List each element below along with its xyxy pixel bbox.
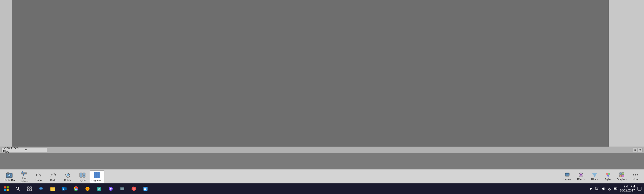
svg-point-75 — [609, 190, 610, 191]
svg-text:⊕: ⊕ — [98, 187, 100, 190]
undo-label: Undo — [36, 179, 42, 182]
taskbar-search-button[interactable] — [13, 183, 23, 194]
show-open-files-label: Show Open Files — [3, 146, 24, 153]
undo-button[interactable]: Undo — [31, 170, 46, 183]
effects-label: Effects — [577, 178, 585, 181]
power-tray-icon[interactable] — [613, 186, 618, 191]
graphics-panel-button[interactable]: Graphics — [615, 170, 628, 183]
svg-rect-63 — [144, 189, 146, 190]
system-clock[interactable]: 7:44 PM 10/22/2017 — [620, 185, 635, 192]
right-panel — [609, 0, 644, 147]
notification-button[interactable] — [637, 186, 642, 191]
taskbar-app9-button[interactable] — [105, 183, 116, 194]
taskbar-chrome-button[interactable] — [71, 183, 81, 194]
taskbar-left: O ⊕ — [0, 183, 152, 194]
svg-rect-67 — [597, 188, 597, 188]
volume-tray-icon[interactable] — [601, 186, 606, 191]
redo-button[interactable]: Redo — [46, 170, 61, 183]
right-panel-buttons: Layers Effects — [561, 170, 642, 183]
svg-rect-17 — [565, 173, 569, 174]
photo-bin-button[interactable]: Photo Bin — [2, 170, 17, 183]
filmstrip-expand-icon[interactable]: ▼ — [638, 148, 642, 152]
filmstrip-content-area — [0, 153, 644, 169]
tool-options-button[interactable]: Tool Options — [17, 170, 31, 183]
svg-rect-30 — [622, 175, 624, 177]
taskbar-app7-button[interactable] — [82, 183, 93, 194]
svg-rect-23 — [594, 176, 595, 177]
filters-panel-button[interactable]: Filters — [588, 170, 601, 183]
svg-rect-14 — [83, 175, 85, 177]
svg-text:⬡: ⬡ — [133, 188, 135, 190]
graphics-label: Graphics — [617, 178, 627, 181]
svg-rect-1 — [7, 173, 9, 174]
svg-rect-11 — [67, 174, 69, 176]
taskbar-outlook-button[interactable]: O — [59, 183, 70, 194]
keyboard-tray-icon[interactable] — [595, 186, 600, 191]
svg-rect-57 — [121, 188, 124, 190]
taskbar-explorer-button[interactable] — [47, 183, 58, 194]
svg-rect-73 — [596, 189, 598, 190]
svg-rect-79 — [638, 187, 641, 190]
taskbar-right: 7:44 PM 10/22/2017 — [587, 185, 644, 192]
svg-rect-61 — [144, 188, 147, 188]
styles-panel-button[interactable]: Styles — [602, 170, 615, 183]
svg-rect-46 — [64, 187, 67, 190]
left-tools-panel — [0, 0, 12, 147]
organizer-icon — [94, 172, 100, 178]
layers-panel-button[interactable]: Layers — [561, 170, 574, 183]
styles-icon — [605, 172, 611, 178]
effects-panel-button[interactable]: Effects — [574, 170, 588, 183]
svg-point-3 — [9, 175, 10, 176]
taskbar-app12-button[interactable] — [140, 183, 151, 194]
svg-point-31 — [633, 174, 634, 176]
tool-options-label: Tool Options — [17, 177, 31, 183]
start-button[interactable] — [1, 183, 12, 194]
svg-rect-78 — [614, 188, 616, 189]
show-hidden-tray-button[interactable] — [589, 186, 594, 191]
svg-rect-6 — [21, 175, 27, 175]
svg-rect-21 — [593, 174, 596, 175]
filmstrip-bar: Show Open Files ▼ ≡ ▼ — [0, 147, 644, 153]
layout-icon — [79, 172, 86, 178]
filmstrip-list-icon[interactable]: ≡ — [633, 148, 637, 152]
taskbar-app11-button[interactable]: ⬡ — [129, 183, 139, 194]
taskbar-edge-button[interactable] — [36, 183, 46, 194]
taskbar-app8-button[interactable]: ⊕ — [94, 183, 104, 194]
organizer-button[interactable]: Organizer — [90, 170, 104, 183]
svg-rect-5 — [21, 173, 27, 174]
rotate-icon — [65, 172, 71, 178]
svg-marker-74 — [602, 187, 604, 190]
rotate-label: Rotate — [64, 179, 71, 182]
svg-rect-41 — [30, 187, 32, 188]
filmstrip-icons: ≡ ▼ — [633, 148, 642, 152]
main-editor-area — [0, 0, 644, 147]
layout-button[interactable]: Layout — [75, 170, 90, 183]
graphics-icon — [619, 172, 625, 178]
styles-label: Styles — [605, 178, 611, 181]
svg-line-39 — [18, 189, 20, 190]
network-tray-icon[interactable] — [607, 186, 612, 191]
taskbar-app10-button[interactable] — [117, 183, 128, 194]
svg-rect-20 — [592, 173, 597, 174]
layers-label: Layers — [564, 178, 571, 181]
dropdown-arrow-icon: ▼ — [25, 149, 46, 151]
filters-icon — [592, 172, 597, 178]
photo-bin-icon — [6, 172, 13, 178]
rotate-button[interactable]: Rotate — [61, 170, 75, 183]
layout-label: Layout — [79, 179, 86, 182]
undo-icon — [35, 172, 42, 178]
svg-rect-72 — [598, 189, 598, 189]
canvas-area — [12, 0, 609, 147]
layers-icon — [565, 172, 570, 178]
more-panel-button[interactable]: More — [629, 170, 642, 183]
svg-rect-36 — [4, 189, 6, 191]
svg-rect-42 — [27, 189, 29, 191]
taskbar-taskview-button[interactable] — [24, 183, 35, 194]
svg-rect-37 — [7, 189, 9, 191]
svg-rect-71 — [597, 189, 598, 189]
svg-rect-12 — [80, 173, 82, 177]
more-icon — [633, 172, 638, 178]
svg-marker-10 — [65, 174, 66, 175]
windows-taskbar: O ⊕ — [0, 183, 644, 194]
show-open-files-dropdown[interactable]: Show Open Files ▼ — [2, 148, 47, 152]
